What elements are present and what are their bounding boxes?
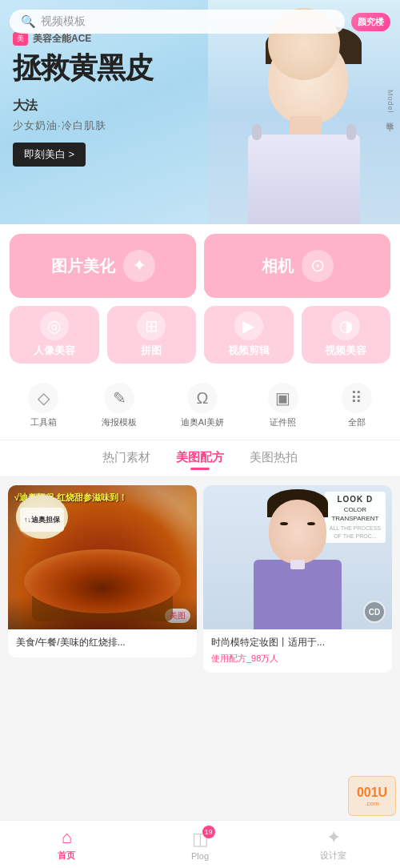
banner-text-block: 美 美容全能ACE 拯救黄黑皮 大法 少女奶油·冷白肌肤 即刻美白 > (13, 32, 153, 167)
bottom-navigation: ⌂ 首页 ◫ 19 Plog ✦ 设计室 (0, 820, 400, 868)
banner-title: 拯救黄黑皮 大法 (13, 52, 153, 115)
card-food-body: 美食/午餐/美味的红烧排... (8, 629, 197, 657)
watermark-text1: 001U (357, 786, 387, 800)
card-portrait[interactable]: LOOK D COLOR TRANSPARENT ALL THE PROCESS… (203, 485, 392, 673)
action-video-edit[interactable]: ▶ 视频剪辑 (204, 306, 294, 364)
tool-id-photo-icon: ▣ (268, 383, 298, 413)
tool-all[interactable]: ⠿ 全部 (342, 383, 372, 428)
action-portrait-label: 人像美容 (34, 344, 75, 358)
page-container: 美 美容全能ACE 拯救黄黑皮 大法 少女奶油·冷白肌肤 即刻美白 > Mode… (0, 0, 400, 729)
banner-subtitle: 少女奶油·冷白肌肤 (13, 119, 153, 133)
search-icon: 🔍 (21, 14, 36, 29)
tab-hot-material[interactable]: 热门素材 (102, 450, 150, 470)
quick-actions-section: 图片美化 ✦ 相机 ⊙ ◎ 人像美容 ⊞ 拼图 ▶ 视频剪辑 ◑ (0, 224, 400, 373)
nav-home-icon: ⌂ (62, 827, 72, 848)
search-placeholder: 视频模板 (41, 14, 86, 29)
top-badge: 颜究楼 (351, 13, 390, 31)
actions-row-2: ◎ 人像美容 ⊞ 拼图 ▶ 视频剪辑 ◑ 视频美容 (10, 306, 390, 364)
search-bar: 🔍 视频模板 颜究楼 (10, 10, 390, 34)
tool-poster-label: 海报模板 (102, 416, 137, 428)
tool-id-photo-label: 证件照 (270, 416, 296, 428)
actions-row-1: 图片美化 ✦ 相机 ⊙ (10, 234, 390, 298)
action-video-beauty[interactable]: ◑ 视频美容 (302, 306, 391, 364)
tool-toolbox-icon: ◇ (28, 383, 58, 413)
brand-name: 美容全能ACE (33, 32, 91, 46)
card-food-image: ↑↓迪奥担保 √迪奥担保 红烧甜参滋味到！ 美图 (8, 485, 197, 629)
tool-poster-template[interactable]: ✎ 海报模板 (102, 383, 137, 428)
watermark: 001U .com (348, 776, 396, 816)
nav-design-label: 设计室 (320, 850, 346, 862)
tool-toolbox[interactable]: ◇ 工具箱 (28, 383, 58, 428)
action-photo-beautify-icon: ✦ (123, 250, 155, 282)
tool-poster-icon: ✎ (104, 383, 134, 413)
action-photo-beautify-label: 图片美化 (51, 255, 115, 277)
action-portrait[interactable]: ◎ 人像美容 (10, 306, 99, 364)
nav-plog[interactable]: ◫ 19 Plog (134, 821, 267, 868)
tool-dior-ai[interactable]: Ω 迪奥AI美妍 (181, 383, 224, 428)
card-look-badge: LOOK D COLOR TRANSPARENT ALL THE PROCESS… (325, 492, 386, 543)
hero-banner: 美 美容全能ACE 拯救黄黑皮 大法 少女奶油·冷白肌肤 即刻美白 > Mode… (0, 0, 400, 224)
card-food[interactable]: ↑↓迪奥担保 √迪奥担保 红烧甜参滋味到！ 美图 美食/午餐/美味的红烧排... (8, 485, 197, 657)
search-input-wrap[interactable]: 🔍 视频模板 (10, 10, 345, 34)
action-video-beauty-icon: ◑ (331, 311, 360, 340)
nav-design-icon: ✦ (326, 827, 341, 848)
tool-dior-icon: Ω (187, 383, 218, 413)
tool-id-photo[interactable]: ▣ 证件照 (268, 383, 298, 428)
card-food-title: 美食/午餐/美味的红烧排... (16, 636, 189, 649)
content-tabs: 热门素材 美图配方 美图热拍 (0, 440, 400, 477)
action-collage-label: 拼图 (141, 344, 162, 358)
card-portrait-image: LOOK D COLOR TRANSPARENT ALL THE PROCESS… (203, 485, 392, 629)
nav-plog-badge: 19 (202, 826, 215, 838)
tool-toolbox-label: 工具箱 (30, 416, 57, 428)
content-grid: ↑↓迪奥担保 √迪奥担保 红烧甜参滋味到！ 美图 美食/午餐/美味的红烧排... (0, 477, 400, 681)
action-video-beauty-label: 视频美容 (325, 344, 366, 358)
card-portrait-body: 时尚模特定妆图丨适用于... 使用配方_98万人 (203, 629, 392, 673)
grid-col-left: ↑↓迪奥担保 √迪奥担保 红烧甜参滋味到！ 美图 美食/午餐/美味的红烧排... (8, 485, 197, 673)
brand-logo: 美 (13, 32, 28, 46)
action-photo-beautify[interactable]: 图片美化 ✦ (10, 234, 196, 298)
tab-beauty-formula[interactable]: 美图配方 (176, 450, 224, 470)
action-portrait-icon: ◎ (40, 311, 69, 340)
action-video-edit-icon: ▶ (234, 311, 263, 340)
action-camera[interactable]: 相机 ⊙ (204, 234, 390, 298)
action-collage[interactable]: ⊞ 拼图 (107, 306, 197, 364)
banner-brand: 美 美容全能ACE (13, 32, 153, 46)
nav-design-room[interactable]: ✦ 设计室 (266, 821, 400, 868)
action-collage-icon: ⊞ (137, 311, 166, 340)
watermark-text2: .com (365, 800, 378, 807)
nav-home-label: 首页 (58, 850, 75, 862)
card-portrait-meta: 使用配方_98万人 (211, 653, 384, 665)
nav-plog-badge-wrap: ◫ 19 (192, 829, 209, 850)
nav-plog-label: Plog (191, 851, 209, 861)
tools-row: ◇ 工具箱 ✎ 海报模板 Ω 迪奥AI美妍 ▣ 证件照 ⠿ 全部 (0, 373, 400, 440)
action-video-edit-label: 视频剪辑 (228, 344, 270, 358)
action-camera-icon: ⊙ (302, 250, 334, 282)
card-portrait-title: 时尚模特定妆图丨适用于... (211, 636, 384, 649)
banner-vertical-text: Model 张晓宇 (385, 90, 395, 119)
tool-dior-label: 迪奥AI美妍 (181, 416, 224, 428)
watermark-inner: 001U .com (348, 776, 396, 816)
grid-col-right: LOOK D COLOR TRANSPARENT ALL THE PROCESS… (203, 485, 392, 673)
nav-home[interactable]: ⌂ 首页 (0, 821, 134, 868)
tab-beauty-photo[interactable]: 美图热拍 (250, 450, 298, 470)
action-camera-label: 相机 (262, 255, 294, 277)
banner-girl-image (208, 0, 400, 224)
banner-cta-button[interactable]: 即刻美白 > (13, 143, 86, 167)
tool-all-label: 全部 (348, 416, 366, 428)
tool-all-icon: ⠿ (342, 383, 372, 413)
